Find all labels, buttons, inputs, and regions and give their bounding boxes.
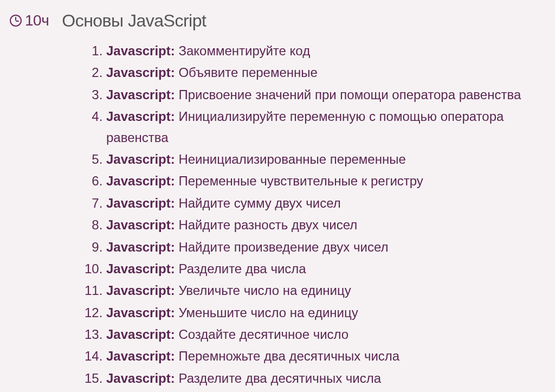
- lesson-description: Переменные чувствительные к регистру: [175, 173, 423, 188]
- lesson-prefix: Javascript:: [106, 87, 175, 102]
- lesson-prefix: Javascript:: [106, 109, 175, 124]
- lesson-prefix: Javascript:: [106, 305, 175, 320]
- duration-text: 10ч: [25, 12, 49, 29]
- lesson-description: Неинициализированные переменные: [175, 152, 406, 166]
- lesson-item[interactable]: Javascript: Присвоение значений при помо…: [106, 85, 545, 105]
- lesson-prefix: Javascript:: [106, 173, 175, 188]
- lesson-item[interactable]: Javascript: Инициализируйте переменную с…: [106, 106, 545, 148]
- lesson-item[interactable]: Javascript: Создайте десятичное число: [106, 324, 545, 345]
- lesson-item[interactable]: Javascript: Найдите произведение двух чи…: [106, 237, 545, 258]
- lesson-item[interactable]: Javascript: Перемножьте два десятичных ч…: [106, 346, 545, 367]
- lesson-item[interactable]: Javascript: Объявите переменные: [106, 62, 545, 83]
- section-title: Основы JavaScript: [62, 11, 206, 31]
- lesson-prefix: Javascript:: [106, 43, 175, 58]
- lesson-item[interactable]: Javascript: Разделите два десятичных чис…: [106, 368, 545, 389]
- lesson-prefix: Javascript:: [106, 240, 175, 254]
- lesson-description: Присвоение значений при помощи оператора…: [175, 87, 521, 102]
- lesson-prefix: Javascript:: [106, 349, 175, 363]
- lesson-prefix: Javascript:: [106, 261, 175, 276]
- lesson-item[interactable]: Javascript: Найдите разность двух чисел: [106, 215, 545, 235]
- clock-icon: [10, 15, 22, 27]
- section-header: 10ч Основы JavaScript: [10, 11, 545, 31]
- lesson-description: Уменьшите число на единицу: [175, 305, 358, 320]
- lesson-item[interactable]: Javascript: Переменные чувствительные к …: [106, 171, 545, 191]
- lesson-description: Объявите переменные: [175, 65, 318, 80]
- lesson-item[interactable]: Javascript: Закомментируйте код: [106, 41, 545, 61]
- duration-block: 10ч: [10, 12, 49, 29]
- lesson-description: Найдите сумму двух чисел: [175, 196, 341, 210]
- lesson-item[interactable]: Javascript: Разделите два числа: [106, 259, 545, 279]
- lesson-prefix: Javascript:: [106, 152, 175, 166]
- lesson-description: Закомментируйте код: [175, 43, 310, 58]
- lesson-prefix: Javascript:: [106, 327, 175, 342]
- lesson-description: Увеличьте число на единицу: [175, 283, 351, 298]
- lesson-description: Найдите разность двух чисел: [175, 217, 357, 232]
- lesson-description: Разделите два десятичных числа: [175, 371, 381, 385]
- lesson-item[interactable]: Javascript: Неинициализированные перемен…: [106, 149, 545, 170]
- lesson-item[interactable]: Javascript: Увеличьте число на единицу: [106, 280, 545, 301]
- lesson-item[interactable]: Javascript: Найдите сумму двух чисел: [106, 193, 545, 214]
- lesson-prefix: Javascript:: [106, 283, 175, 298]
- lesson-description: Перемножьте два десятичных числа: [175, 349, 399, 363]
- lesson-prefix: Javascript:: [106, 217, 175, 232]
- lesson-list: Javascript: Закомментируйте кодJavascrip…: [91, 41, 545, 389]
- lesson-description: Найдите произведение двух чисел: [175, 240, 389, 254]
- lesson-description: Разделите два числа: [175, 261, 306, 276]
- lesson-description: Создайте десятичное число: [175, 327, 349, 342]
- lesson-prefix: Javascript:: [106, 196, 175, 210]
- lesson-prefix: Javascript:: [106, 65, 175, 80]
- lesson-prefix: Javascript:: [106, 371, 175, 385]
- lesson-item[interactable]: Javascript: Уменьшите число на единицу: [106, 303, 545, 323]
